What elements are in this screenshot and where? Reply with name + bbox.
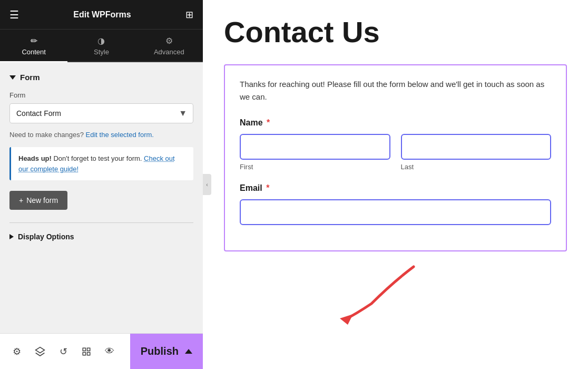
name-fields-row: First Last: [240, 134, 551, 171]
first-name-input[interactable]: [240, 134, 390, 160]
plus-icon: +: [19, 196, 23, 205]
sidebar-bottom: ⚙ ↺ 👁 Publish: [0, 333, 203, 369]
half-circle-icon: ◑: [97, 36, 105, 46]
svg-marker-0: [36, 347, 45, 353]
info-box: Heads up! Don't forget to test your form…: [9, 147, 193, 180]
sidebar: ☰ Edit WPForms ⊞ ✏ Content ◑ Style ⚙ Adv…: [0, 0, 203, 369]
svg-marker-5: [340, 314, 353, 325]
collapse-handle[interactable]: ‹: [203, 174, 211, 195]
pencil-icon: ✏: [31, 36, 37, 46]
tab-content-label: Content: [22, 48, 46, 56]
page-title: Contact Us: [224, 16, 567, 48]
new-form-label: New form: [26, 196, 58, 205]
svg-rect-3: [83, 352, 85, 355]
form-section-label: Form: [20, 73, 40, 82]
tab-style-label: Style: [94, 48, 109, 56]
bottom-icons-group: ⚙ ↺ 👁: [0, 340, 130, 363]
hamburger-icon[interactable]: ☰: [9, 8, 19, 21]
edit-form-link[interactable]: Edit the selected form.: [86, 131, 154, 139]
name-field-group: Name * First Last: [240, 118, 551, 171]
new-form-button[interactable]: + New form: [9, 191, 67, 210]
email-label: Email *: [240, 183, 551, 193]
arrow-annotation: [329, 261, 435, 327]
grid-icon[interactable]: ⊞: [185, 9, 193, 21]
svg-rect-2: [87, 348, 90, 351]
settings-icon-btn[interactable]: ⚙: [5, 340, 28, 363]
form-container: Thanks for reaching out! Please fill out…: [224, 64, 567, 251]
eye-icon-btn[interactable]: 👁: [98, 340, 121, 363]
sidebar-title: Edit WPForms: [73, 10, 131, 20]
last-name-input[interactable]: [401, 134, 552, 160]
info-box-bold: Heads up!: [18, 154, 52, 162]
publish-label: Publish: [141, 345, 179, 357]
email-input[interactable]: [240, 199, 551, 225]
first-name-sublabel: First: [240, 163, 390, 171]
svg-rect-4: [87, 352, 90, 355]
form-description: Thanks for reaching out! Please fill out…: [240, 78, 551, 103]
info-box-text: Don't forget to test your form.: [53, 154, 144, 162]
collapse-triangle-icon[interactable]: [9, 75, 16, 80]
form-select-wrapper: Contact Form ▼: [9, 103, 193, 123]
expand-triangle-icon: [9, 234, 14, 239]
email-field-group: Email *: [240, 183, 551, 225]
gear-tab-icon: ⚙: [165, 36, 173, 46]
display-options-label: Display Options: [18, 232, 74, 241]
form-field-label: Form: [9, 91, 193, 99]
last-name-sublabel: Last: [401, 163, 552, 171]
tabs-row: ✏ Content ◑ Style ⚙ Advanced: [0, 30, 203, 62]
edit-link-text: Need to make changes? Edit the selected …: [9, 131, 193, 139]
svg-rect-1: [83, 348, 85, 351]
tab-advanced[interactable]: ⚙ Advanced: [135, 30, 203, 61]
tab-style[interactable]: ◑ Style: [67, 30, 135, 61]
form-section-title: Form: [9, 73, 193, 82]
history-icon-btn[interactable]: ↺: [52, 340, 75, 363]
name-required-star: *: [267, 118, 270, 127]
divider: [9, 222, 193, 223]
sidebar-header: ☰ Edit WPForms ⊞: [0, 0, 203, 30]
tab-content[interactable]: ✏ Content: [0, 30, 67, 62]
layers-icon-btn[interactable]: [28, 340, 52, 363]
sidebar-content: Form Form Contact Form ▼ Need to make ch…: [0, 62, 203, 333]
name-label: Name *: [240, 118, 551, 128]
layout-icon-btn[interactable]: [75, 340, 98, 363]
publish-section[interactable]: Publish: [130, 334, 203, 370]
email-required-star: *: [266, 183, 269, 192]
first-name-field: First: [240, 134, 390, 171]
form-select[interactable]: Contact Form: [9, 103, 193, 123]
last-name-field: Last: [401, 134, 552, 171]
chevron-up-icon: [185, 349, 192, 354]
display-options-section[interactable]: Display Options: [9, 230, 193, 241]
preview-area: Contact Us Thanks for reaching out! Plea…: [203, 0, 588, 369]
tab-advanced-label: Advanced: [154, 48, 184, 56]
